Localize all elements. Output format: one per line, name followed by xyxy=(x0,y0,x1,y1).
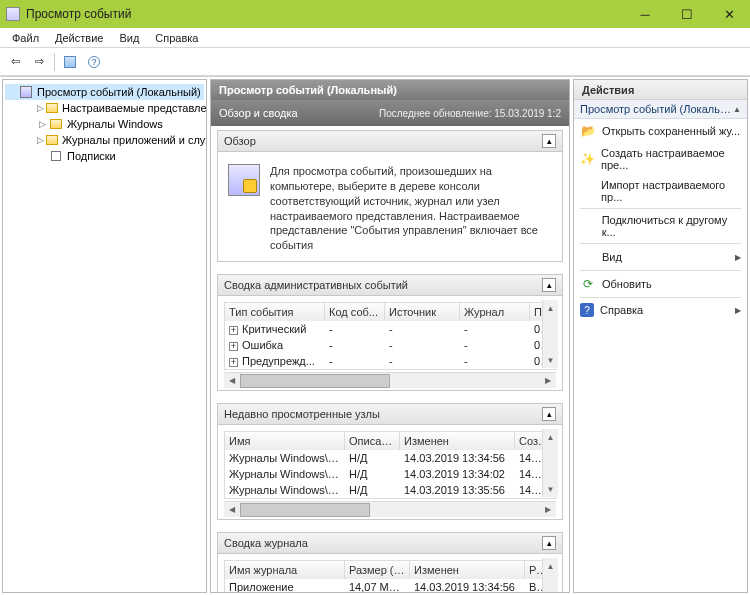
admin-summary-body: Тип события Код соб... Источник Журнал П… xyxy=(218,296,562,388)
table-row[interactable]: Журналы Windows\Сис... Н/Д 14.03.2019 13… xyxy=(225,466,555,482)
expand-icon[interactable]: ▷ xyxy=(37,119,47,129)
menu-bar: Файл Действие Вид Справка xyxy=(0,28,750,48)
col-name[interactable]: Имя xyxy=(225,432,345,450)
table-row[interactable]: Журналы Windows\При... Н/Д 14.03.2019 13… xyxy=(225,450,555,466)
col-src[interactable]: Источник xyxy=(385,303,460,321)
tree-subscriptions[interactable]: Подписки xyxy=(5,148,204,164)
maximize-button[interactable]: ☐ xyxy=(666,0,708,28)
tree-windows-logs[interactable]: ▷ Журналы Windows xyxy=(5,116,204,132)
collapse-icon[interactable]: ▴ xyxy=(542,134,556,148)
center-body[interactable]: Обзор ▴ Для просмотра событий, произошед… xyxy=(211,126,569,592)
collapse-icon[interactable]: ▴ xyxy=(542,536,556,550)
title-bar: Просмотр событий ─ ☐ ✕ xyxy=(0,0,750,28)
minimize-button[interactable]: ─ xyxy=(624,0,666,28)
action-label: Импорт настраиваемого пр... xyxy=(601,179,741,203)
tree-custom-views[interactable]: ▷ Настраиваемые представления xyxy=(5,100,204,116)
horizontal-scrollbar[interactable]: ◀▶ xyxy=(224,501,556,517)
expand-icon[interactable]: ▷ xyxy=(37,103,44,113)
scroll-up-icon[interactable]: ▲ xyxy=(543,300,558,316)
action-label: Вид xyxy=(602,251,622,263)
overview-section: Обзор ▴ Для просмотра событий, произошед… xyxy=(217,130,563,262)
folder-icon xyxy=(46,101,58,115)
plus-icon[interactable]: + xyxy=(229,326,238,335)
cell-desc: Н/Д xyxy=(345,450,400,466)
collapse-icon[interactable]: ▴ xyxy=(542,407,556,421)
col-name[interactable]: Имя журнала xyxy=(225,561,345,579)
scroll-right-icon[interactable]: ▶ xyxy=(540,374,556,388)
scroll-up-icon[interactable]: ▲ xyxy=(543,558,558,574)
col-mod[interactable]: Изменен xyxy=(410,561,525,579)
action-refresh[interactable]: ⟳ Обновить xyxy=(574,272,747,296)
action-view[interactable]: Вид ▶ xyxy=(574,245,747,269)
action-label: Обновить xyxy=(602,278,652,290)
tree-label: Журналы приложений и служб xyxy=(62,134,207,146)
recent-nodes-body: Имя Описание Изменен Создан Журналы Wind… xyxy=(218,425,562,517)
action-create-custom-view[interactable]: ✨ Создать настраиваемое пре... xyxy=(574,143,747,175)
table-row[interactable]: Журналы Windows\Уст... Н/Д 14.03.2019 13… xyxy=(225,482,555,498)
close-button[interactable]: ✕ xyxy=(708,0,750,28)
scroll-down-icon[interactable]: ▼ xyxy=(543,352,558,368)
action-help[interactable]: ? Справка ▶ xyxy=(574,299,747,321)
col-log[interactable]: Журнал xyxy=(460,303,530,321)
scroll-down-icon[interactable]: ▼ xyxy=(543,481,558,497)
tree-root[interactable]: Просмотр событий (Локальный) xyxy=(5,84,204,100)
scrollbar-thumb[interactable] xyxy=(240,374,390,388)
cell-type: +Критический xyxy=(225,321,325,337)
collapse-icon[interactable]: ▴ xyxy=(542,278,556,292)
expand-icon[interactable]: ▷ xyxy=(37,135,44,145)
cell-size: 14,07 МБ/... xyxy=(345,579,410,592)
admin-summary-head[interactable]: Сводка административных событий ▴ xyxy=(218,275,562,296)
menu-file[interactable]: Файл xyxy=(4,30,47,46)
col-mod[interactable]: Изменен xyxy=(400,432,515,450)
col-type[interactable]: Тип события xyxy=(225,303,325,321)
scroll-left-icon[interactable]: ◀ xyxy=(224,374,240,388)
overview-section-head[interactable]: Обзор ▴ xyxy=(218,131,562,152)
show-tree-button[interactable] xyxy=(59,51,81,73)
tree-app-logs[interactable]: ▷ Журналы приложений и служб xyxy=(5,132,204,148)
col-desc[interactable]: Описание xyxy=(345,432,400,450)
horizontal-scrollbar[interactable]: ◀▶ xyxy=(224,372,556,388)
workspace: Просмотр событий (Локальный) ▷ Настраива… xyxy=(0,76,750,595)
table-row[interactable]: Приложение 14,07 МБ/... 14.03.2019 13:34… xyxy=(225,579,555,592)
menu-help[interactable]: Справка xyxy=(147,30,206,46)
scroll-left-icon[interactable]: ◀ xyxy=(224,503,240,517)
recent-nodes-head[interactable]: Недавно просмотренные узлы ▴ xyxy=(218,404,562,425)
cell-name: Журналы Windows\При... xyxy=(225,450,345,466)
log-summary-head[interactable]: Сводка журнала ▴ xyxy=(218,533,562,554)
action-label: Открыть сохраненный жу... xyxy=(602,125,740,137)
action-import-custom-view[interactable]: Импорт настраиваемого пр... xyxy=(574,175,747,207)
action-open-saved-log[interactable]: 📂 Открыть сохраненный жу... xyxy=(574,119,747,143)
section-title: Недавно просмотренные узлы xyxy=(224,408,542,420)
connect-icon xyxy=(580,218,596,234)
menu-action[interactable]: Действие xyxy=(47,30,111,46)
scroll-right-icon[interactable]: ▶ xyxy=(540,503,556,517)
caret-right-icon: ▶ xyxy=(735,306,741,315)
table-row[interactable]: +Предупрежд... - - - 0 xyxy=(225,353,555,369)
action-connect-another-computer[interactable]: Подключиться к другому к... xyxy=(574,210,747,242)
table-row[interactable]: +Ошибка - - - 0 xyxy=(225,337,555,353)
table-header: Имя Описание Изменен Создан xyxy=(225,432,555,450)
scrollbar-thumb[interactable] xyxy=(240,503,370,517)
cell-src: - xyxy=(385,321,460,337)
forward-button[interactable]: ⇨ xyxy=(28,51,50,73)
scroll-up-icon[interactable]: ▲ xyxy=(543,429,558,445)
plus-icon[interactable]: + xyxy=(229,358,238,367)
plus-icon[interactable]: + xyxy=(229,342,238,351)
help-toolbar-button[interactable]: ? xyxy=(83,51,105,73)
window-title: Просмотр событий xyxy=(26,7,624,21)
table-row[interactable]: +Критический - - - 0 xyxy=(225,321,555,337)
vertical-scrollbar[interactable]: ▲▼ xyxy=(542,558,558,592)
action-label: Справка xyxy=(600,304,643,316)
col-id[interactable]: Код соб... xyxy=(325,303,385,321)
col-size[interactable]: Размер (Т... xyxy=(345,561,410,579)
cell-src: - xyxy=(385,337,460,353)
back-button[interactable]: ⇦ xyxy=(4,51,26,73)
actions-group-header[interactable]: Просмотр событий (Локальный) ▲ xyxy=(574,100,747,119)
section-title: Сводка административных событий xyxy=(224,279,542,291)
cell-src: - xyxy=(385,353,460,369)
vertical-scrollbar[interactable]: ▲▼ xyxy=(542,300,558,368)
cell-id: - xyxy=(325,337,385,353)
vertical-scrollbar[interactable]: ▲▼ xyxy=(542,429,558,497)
tree-panel[interactable]: Просмотр событий (Локальный) ▷ Настраива… xyxy=(2,79,207,593)
menu-view[interactable]: Вид xyxy=(111,30,147,46)
